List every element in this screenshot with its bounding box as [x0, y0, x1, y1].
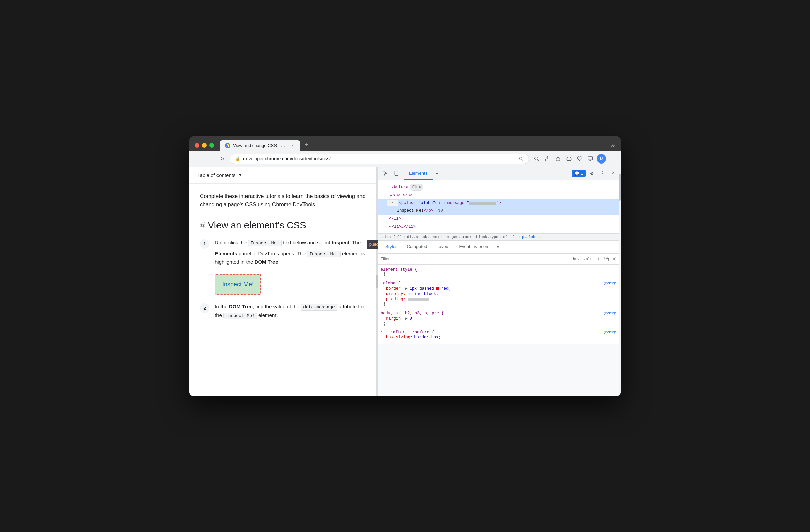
cls-button[interactable]: .cls	[582, 256, 594, 262]
reload-button[interactable]: ↻	[217, 154, 227, 164]
dom-text-content: Inspect Me!	[397, 208, 423, 214]
css-prop-name-padding: padding:	[386, 297, 406, 302]
devtools-more-icon[interactable]: ⋮	[598, 169, 608, 178]
browser-tab-active[interactable]: View and change CSS - Chrom… ×	[220, 140, 301, 151]
dom-line-before[interactable]: ::before flex	[378, 183, 621, 192]
tooltip-bubble: p.aloha 118.96×61.97	[367, 240, 378, 249]
address-bar[interactable]: 🔒 developer.chrome.com/docs/devtools/css…	[230, 154, 529, 164]
devtools-header-actions: 💬 1 ⚙ ⋮ ×	[571, 169, 618, 178]
tab-event-listeners[interactable]: Event Listeners	[454, 241, 494, 253]
divider[interactable]	[376, 167, 378, 396]
devtools-close-icon[interactable]: ×	[609, 169, 618, 178]
breadcrumb-ol[interactable]: ol	[503, 235, 507, 239]
dom-triangle-p[interactable]: ▶	[390, 193, 392, 198]
back-button[interactable]: ←	[193, 154, 202, 164]
css-rule-aloha: .aloha { (index):1 border: ▶ 1px dashed …	[378, 280, 621, 308]
new-tab-button[interactable]: +	[302, 140, 311, 150]
forward-button[interactable]: →	[205, 154, 215, 164]
breadcrumb-ith-full[interactable]: ith-full	[385, 235, 402, 239]
css-selector-element-style: element.style {	[381, 267, 417, 272]
tab-close-button[interactable]: ×	[290, 143, 295, 148]
toggle-changes-icon[interactable]	[611, 255, 618, 262]
add-style-icon[interactable]: +	[595, 255, 602, 262]
dom-triangle-li[interactable]: ▶	[389, 224, 391, 229]
css-color-swatch-red[interactable]	[436, 287, 439, 290]
dom-ellipsis-p: …	[400, 192, 403, 199]
filter-input[interactable]	[381, 256, 567, 261]
devtools-settings-icon[interactable]: ⚙	[587, 169, 597, 178]
tab-menu-button[interactable]: ≫	[610, 143, 615, 151]
browser-more-icon[interactable]: ⋮	[608, 154, 617, 164]
traffic-lights	[195, 143, 214, 151]
css-prop-padding: padding:	[381, 297, 618, 302]
step-text-1: Right-click the Inspect Me! text below a…	[215, 239, 367, 295]
page-intro: Complete these interactive tutorials to …	[200, 192, 367, 209]
dom-datamsg-attr: data-message	[435, 200, 464, 206]
css-source-universal[interactable]: (index):1	[604, 330, 618, 334]
chat-badge[interactable]: 💬 1	[571, 170, 586, 177]
table-of-contents-bar[interactable]: Table of contents ▼	[189, 167, 378, 184]
divider-handle	[376, 275, 378, 288]
css-prop-name-margin: margin:	[386, 316, 403, 321]
dom-dollar-sign: $0	[438, 208, 443, 214]
dom-tree: ::before flex ▶ <p> … </p> ··· < p	[378, 180, 621, 234]
svg-rect-9	[588, 157, 593, 160]
dom-open-bracket: <	[399, 200, 401, 206]
dom-line-inspect-text[interactable]: Inspect Me! </p> == $0	[378, 207, 621, 215]
css-brace-body-close: }	[381, 321, 618, 326]
css-prop-value-red: red;	[441, 286, 451, 291]
devtools-scrollbar[interactable]	[619, 167, 621, 396]
device-toolbar-icon[interactable]	[391, 169, 401, 178]
cut-icon[interactable]	[564, 154, 573, 164]
tab-styles[interactable]: Styles	[381, 241, 402, 253]
css-source-body[interactable]: (index):1	[604, 311, 618, 315]
css-prop-name-box-sizing: box-sizing:	[386, 335, 413, 340]
profile-icon[interactable]	[586, 154, 595, 164]
styles-tab-more[interactable]: »	[494, 241, 502, 253]
maximize-window-button[interactable]	[209, 143, 214, 148]
dom-line-li-close[interactable]: </li>	[378, 215, 621, 223]
inspect-bold: Inspect	[332, 240, 350, 246]
share-icon[interactable]	[542, 154, 552, 164]
browser-search-icon[interactable]	[532, 154, 541, 164]
element-inspector-icon[interactable]	[381, 169, 390, 178]
tab-layout[interactable]: Layout	[432, 241, 454, 253]
dom-line-li[interactable]: ▶ <li> … </li>	[378, 223, 621, 231]
css-prop-name-display: display:	[386, 292, 406, 296]
inspect-me-label: Inspect Me!	[222, 281, 254, 287]
minimize-window-button[interactable]	[202, 143, 207, 148]
dom-tag-p: <p>	[393, 192, 400, 199]
svg-marker-15	[614, 257, 616, 260]
breadcrumb-li[interactable]: li	[513, 235, 517, 239]
css-prop-box-sizing: box-sizing: border-box;	[381, 335, 618, 340]
extensions-icon[interactable]	[575, 154, 584, 164]
hov-button[interactable]: :hov	[569, 256, 581, 262]
dom-line-aloha[interactable]: ··· < p class = "aloha" data-message = "…	[378, 199, 621, 207]
dom-tree-bold: DOM Tree	[255, 259, 278, 265]
css-selector-body: body, h1, h2, h3, p, pre {	[381, 311, 444, 316]
css-source-aloha[interactable]: (index):1	[604, 281, 618, 285]
section-title-text: View an element's CSS	[208, 220, 306, 231]
dom-more-btn[interactable]: ···	[387, 200, 398, 206]
tab-label: View and change CSS - Chrom…	[233, 143, 287, 148]
step-number-1: 1	[200, 239, 209, 249]
bookmark-icon[interactable]	[553, 154, 563, 164]
breadcrumb-sep-3: ›	[509, 235, 512, 239]
breadcrumb-paloha[interactable]: p.aloha	[522, 235, 537, 239]
address-text: developer.chrome.com/docs/devtools/css/	[243, 156, 516, 162]
svg-line-3	[522, 160, 523, 161]
user-avatar[interactable]: U	[597, 154, 606, 164]
breadcrumb-div[interactable]: div.stack.center-images.stack--block.typ…	[407, 235, 498, 239]
copy-styles-icon[interactable]	[603, 255, 610, 262]
devtools-tab-more[interactable]: »	[433, 168, 441, 179]
css-rule-body-header: body, h1, h2, h3, p, pre { (index):1	[381, 311, 618, 316]
devtools-icons	[381, 169, 401, 178]
browser-window: View and change CSS - Chrom… × + ≫ ← → ↻…	[189, 136, 621, 396]
css-prop-name-border: border:	[386, 286, 403, 291]
css-prop-value-margin: 0;	[410, 316, 415, 321]
close-window-button[interactable]	[195, 143, 199, 148]
tab-elements[interactable]: Elements	[404, 167, 433, 180]
inspect-me-container[interactable]: Inspect Me!	[215, 274, 261, 295]
tab-computed[interactable]: Computed	[402, 241, 432, 253]
dom-line-p[interactable]: ▶ <p> … </p>	[378, 192, 621, 199]
